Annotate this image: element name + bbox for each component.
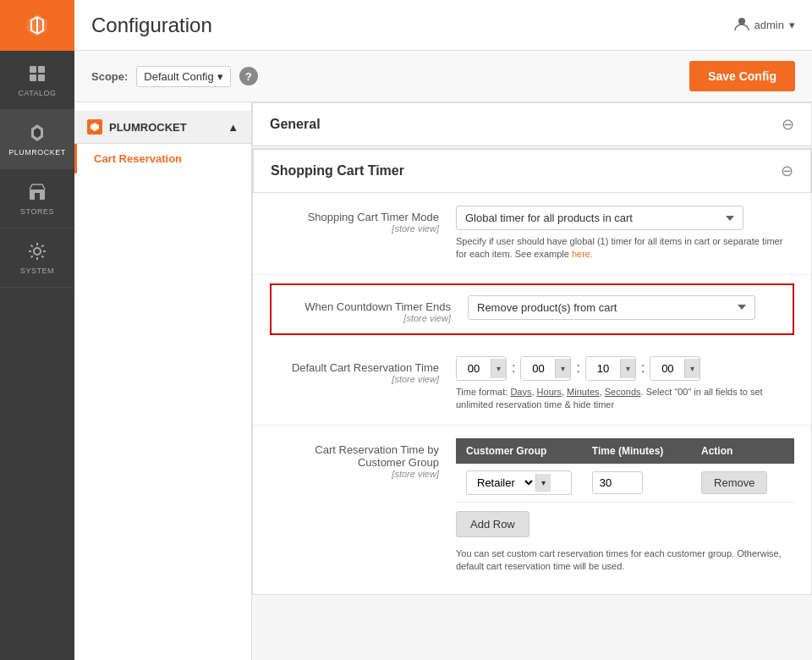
- username: admin: [754, 19, 784, 31]
- customer-group-select-wrap: Retailer ▾: [466, 470, 572, 495]
- time-hours-wrap: ▾: [520, 356, 571, 381]
- countdown-ends-row: When Countdown Timer Ends [store view] R…: [270, 283, 794, 335]
- plumrocket-icon: [26, 122, 48, 144]
- svg-rect-5: [35, 193, 40, 200]
- sidebar-item-catalog[interactable]: CATALOG: [0, 51, 74, 110]
- shopping-cart-timer-chevron-icon: ⊖: [781, 162, 793, 180]
- svg-rect-3: [38, 74, 45, 81]
- time-minutes-input[interactable]: [586, 357, 620, 380]
- action-cell: Remove: [691, 464, 794, 503]
- default-reservation-time-control: ▾ : ▾ : ▾: [456, 356, 794, 412]
- catalog-icon: [26, 63, 48, 85]
- sidebar-system-label: SYSTEM: [20, 267, 54, 275]
- nav-group-plumrocket[interactable]: PLUMROCKET ▲: [74, 111, 251, 144]
- time-seconds-arrow[interactable]: ▾: [684, 359, 700, 378]
- countdown-ends-select[interactable]: Remove product(s) from cart Keep product…: [468, 295, 755, 320]
- sidebar-catalog-label: CATALOG: [18, 89, 56, 97]
- general-section-header[interactable]: General ⊖: [252, 102, 812, 146]
- time-seconds-wrap: ▾: [650, 356, 700, 381]
- sidebar: CATALOG PLUMROCKET STORES SYSTEM: [0, 0, 74, 660]
- time-fields: ▾ : ▾ : ▾: [456, 356, 794, 381]
- time-minutes-wrap: ▾: [585, 356, 636, 381]
- time-minutes-cell-input[interactable]: [592, 471, 643, 494]
- scope-bar: Scope: Default Config ▾ ? Save Config: [74, 51, 812, 102]
- sidebar-item-stores[interactable]: STORES: [0, 169, 74, 228]
- user-menu[interactable]: admin ▾: [734, 16, 795, 34]
- shopping-cart-timer-section: Shopping Cart Timer ⊖ Shopping Cart Time…: [252, 148, 812, 595]
- user-icon: [734, 16, 749, 34]
- page-title: Configuration: [91, 14, 212, 37]
- magento-logo-icon: [22, 10, 52, 41]
- time-days-wrap: ▾: [456, 356, 507, 381]
- main-content: Configuration admin ▾ Scope: Default Con…: [74, 0, 812, 660]
- table-row: Retailer ▾: [456, 464, 794, 503]
- time-minutes-arrow[interactable]: ▾: [620, 359, 635, 378]
- timer-mode-hint-link[interactable]: here.: [572, 249, 593, 259]
- stores-icon: [26, 181, 48, 203]
- time-seconds-input[interactable]: [650, 357, 684, 380]
- save-config-button[interactable]: Save Config: [689, 61, 795, 91]
- sidebar-plumrocket-label: PLUMROCKET: [8, 148, 66, 157]
- customer-group-arrow[interactable]: ▾: [535, 474, 551, 492]
- time-minutes-cell: [582, 464, 691, 503]
- customer-group-note: You can set custom cart reservation time…: [456, 547, 794, 574]
- time-sep-2: :: [573, 360, 583, 376]
- time-hours-arrow[interactable]: ▾: [555, 359, 570, 378]
- col-time-minutes: Time (Minutes): [582, 438, 691, 464]
- default-reservation-time-hint: Time format: Days, Hours, Minutes, Secon…: [456, 386, 794, 412]
- plumrocket-small-logo: [87, 119, 102, 135]
- scope-label: Scope:: [91, 70, 128, 83]
- help-button[interactable]: ?: [239, 67, 258, 85]
- col-action: Action: [691, 438, 794, 464]
- default-reservation-time-label: Default Cart Reservation Time [store vie…: [270, 356, 456, 384]
- svg-point-6: [34, 248, 41, 255]
- content-area: PLUMROCKET ▲ Cart Reservation General ⊖ …: [74, 102, 812, 660]
- default-reservation-time-row: Default Cart Reservation Time [store vie…: [253, 344, 811, 426]
- countdown-ends-label: When Countdown Timer Ends [store view]: [282, 295, 468, 323]
- timer-mode-row: Shopping Cart Timer Mode [store view] Gl…: [253, 193, 811, 275]
- customer-group-control: Customer Group Time (Minutes) Action: [456, 438, 794, 574]
- customer-group-table: Customer Group Time (Minutes) Action: [456, 438, 794, 503]
- countdown-ends-row-wrapper: When Countdown Timer Ends [store view] R…: [253, 275, 811, 344]
- scope-left: Scope: Default Config ▾ ?: [91, 66, 258, 87]
- config-panel: General ⊖ Shopping Cart Timer ⊖ Shopping…: [252, 102, 812, 660]
- time-hours-input[interactable]: [521, 357, 555, 380]
- sidebar-logo: [0, 0, 74, 51]
- scope-dropdown-icon: ▾: [217, 70, 223, 83]
- system-icon: [26, 240, 48, 262]
- col-customer-group: Customer Group: [456, 438, 582, 464]
- shopping-cart-timer-title: Shopping Cart Timer: [271, 163, 404, 179]
- scope-value: Default Config: [144, 70, 213, 83]
- add-row-button[interactable]: Add Row: [456, 511, 529, 537]
- remove-row-button[interactable]: Remove: [701, 471, 767, 494]
- user-dropdown-icon: ▾: [789, 19, 795, 31]
- left-nav: PLUMROCKET ▲ Cart Reservation: [74, 102, 252, 660]
- sidebar-item-plumrocket[interactable]: PLUMROCKET: [0, 110, 74, 169]
- svg-rect-0: [30, 66, 36, 73]
- timer-mode-hint: Specify if user should have global (1) t…: [456, 235, 794, 261]
- shopping-cart-timer-header[interactable]: Shopping Cart Timer ⊖: [253, 149, 811, 193]
- time-days-input[interactable]: [457, 357, 491, 380]
- countdown-ends-control: Remove product(s) from cart Keep product…: [468, 295, 782, 320]
- time-days-arrow[interactable]: ▾: [491, 359, 506, 378]
- general-chevron-icon: ⊖: [782, 115, 794, 134]
- general-section-title: General: [270, 117, 321, 132]
- time-sep-3: :: [638, 360, 648, 376]
- nav-item-cart-reservation[interactable]: Cart Reservation: [74, 144, 251, 173]
- timer-mode-select[interactable]: Global timer for all products in cart Se…: [456, 206, 743, 230]
- svg-point-7: [738, 18, 745, 25]
- sidebar-stores-label: STORES: [20, 207, 54, 216]
- timer-mode-label: Shopping Cart Timer Mode [store view]: [270, 206, 456, 234]
- shopping-cart-timer-fields: Shopping Cart Timer Mode [store view] Gl…: [253, 193, 811, 594]
- sidebar-item-system[interactable]: SYSTEM: [0, 228, 74, 288]
- scope-select[interactable]: Default Config ▾: [136, 66, 230, 87]
- svg-rect-2: [30, 74, 36, 81]
- customer-group-row: Cart Reservation Time by Customer Group …: [253, 426, 811, 586]
- nav-group-collapse-icon: ▲: [228, 121, 239, 134]
- nav-group-label: PLUMROCKET: [109, 121, 187, 134]
- nav-group-header-content: PLUMROCKET: [87, 119, 187, 135]
- customer-group-select[interactable]: Retailer: [467, 471, 535, 494]
- topbar: Configuration admin ▾: [74, 0, 812, 51]
- svg-rect-1: [38, 66, 45, 73]
- time-sep-1: :: [508, 360, 518, 376]
